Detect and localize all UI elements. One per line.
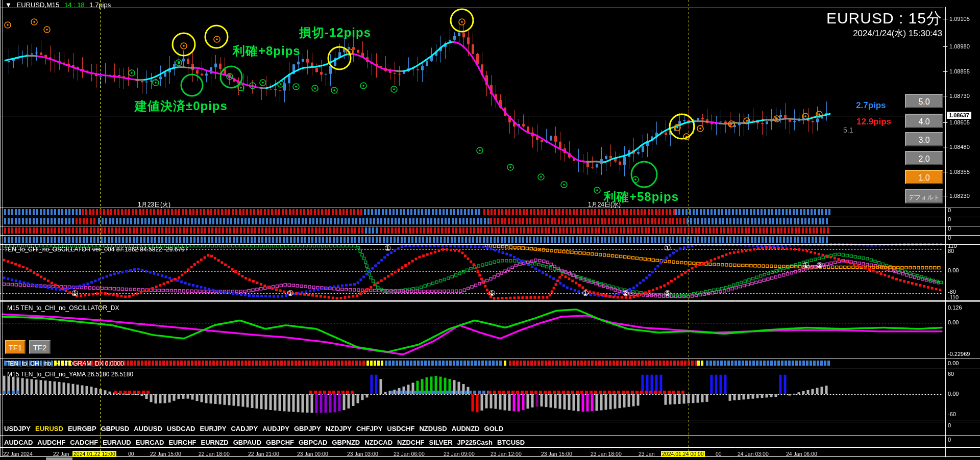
count-marker: ② <box>622 289 629 298</box>
histogram-dx-panel-label: TEN_to_CHI_no_HISTOGRAM_DX 0.0000 <box>6 360 124 367</box>
time-label-highlighted: 2024.01.24 00:00 <box>661 451 705 457</box>
symbol-tab-cadchf[interactable]: CADCHF <box>70 439 98 446</box>
zoom-button-[interactable]: デフォルト <box>905 189 943 203</box>
symbol-tab-gbpchf[interactable]: GBPCHF <box>266 439 294 446</box>
time-label: 22 Jan 18:00 <box>199 451 230 457</box>
symbol-tab-eurgbp[interactable]: EURGBP <box>68 425 96 432</box>
chart-canvas[interactable] <box>0 0 980 460</box>
symbol-tab-nzdjpy[interactable]: NZDJPY <box>326 425 352 432</box>
price-axis-label: 1.08230 <box>949 193 970 199</box>
time-label: 22 Jan 21:00 <box>248 451 279 457</box>
symbol-tab-btcusd[interactable]: BTCUSD <box>497 439 525 446</box>
indicator-scale-label: 0 <box>948 235 951 241</box>
symbol-tab-usdcad[interactable]: USDCAD <box>167 425 195 432</box>
time-label: 23 Jan 09:00 <box>444 451 475 457</box>
symbol-tab-eurnzd[interactable]: EURNZD <box>201 439 229 446</box>
symbol-tab-audchf[interactable]: AUDCHF <box>37 439 65 446</box>
symbol-tab-audnzd[interactable]: AUDNZD <box>452 425 480 432</box>
time-label: 23 Jan 00:00 <box>297 451 328 457</box>
current-price-badge: 1.08637 <box>947 112 971 119</box>
count-marker: ① <box>664 243 671 252</box>
time-label: 23 Jan 18:00 <box>591 451 622 457</box>
symbol-tab-gbpaud[interactable]: GBPAUD <box>233 439 261 446</box>
symbol-tab-gbpcad[interactable]: GBPCAD <box>299 439 327 446</box>
indicator-scale-label: 0 <box>948 216 951 222</box>
time-label: 22 Jan <box>53 451 69 457</box>
time-label: 22 Jan 15:00 <box>150 451 181 457</box>
zoom-button-10[interactable]: 1.0 <box>905 170 943 184</box>
symbol-tab-gbpusd[interactable]: GBPUSD <box>101 425 130 432</box>
symbol-tab-eurcad[interactable]: EURCAD <box>136 439 164 446</box>
time-label: 23 Jan <box>639 451 655 457</box>
symbol-tab-nzdchf[interactable]: NZDCHF <box>397 439 424 446</box>
yama-panel-label: M15 TEN_to_CHI_no_YAMA 26.5180 26.5180 <box>7 371 133 378</box>
time-label: 23 Jan 12:00 <box>491 451 522 457</box>
time-label: 23 Jan 06:00 <box>394 451 425 457</box>
price-axis-label: 1.08855 <box>949 68 970 74</box>
spread-label: 1.7pips <box>89 1 111 9</box>
indicator-scale-label: 0 <box>948 225 951 232</box>
pips-above-label: 2.7pips <box>856 100 886 111</box>
symbol-tab-audjpy[interactable]: AUDJPY <box>262 425 289 432</box>
symbol-tab-euraud[interactable]: EURAUD <box>103 439 131 446</box>
time-label: 00 <box>716 451 722 457</box>
time-label: 23 Jan 03:00 <box>347 451 378 457</box>
indicator-scale-label: 0.00 <box>948 267 959 273</box>
symbol-tab-usdjpy[interactable]: USDJPY <box>4 425 31 432</box>
indicator-scale-label: -60 <box>948 411 956 417</box>
indicator-scale-label: 0 <box>948 437 951 443</box>
count-marker: ① <box>488 289 495 298</box>
time-label: 00 <box>128 451 134 457</box>
count-marker: ② <box>816 261 823 270</box>
trade-annotation-1: 損切-12pips <box>299 24 371 41</box>
count-marker: ① <box>384 244 391 253</box>
symbol-switch-row-2: AUDCADAUDCHFCADCHFEURAUDEURCADEURCHFEURN… <box>4 436 525 448</box>
symbol-tab-audusd[interactable]: AUDUSD <box>134 425 162 432</box>
atr-label: 5.1 <box>843 126 853 134</box>
price-axis-label: 1.08730 <box>949 93 970 99</box>
zoom-button-40[interactable]: 4.0 <box>905 114 943 128</box>
tf-button-tf2[interactable]: TF2 <box>29 340 51 354</box>
time-label: 24 Jan 03:00 <box>738 451 769 457</box>
zoom-button-20[interactable]: 2.0 <box>905 151 943 165</box>
indicator-scale-label: 0.00 <box>948 360 959 366</box>
symbol-tab-nzdusd[interactable]: NZDUSD <box>419 425 447 432</box>
candle-timer: 14 : 18 <box>64 1 85 9</box>
indicator-scale-label: -0.22969 <box>948 351 970 357</box>
tf-button-tf1[interactable]: TF1 <box>5 340 26 354</box>
symbol-tab-chfjpy[interactable]: CHFJPY <box>356 425 382 432</box>
symbol-tab-eurchf[interactable]: EURCHF <box>168 439 196 446</box>
pips-below-label: 12.9pips <box>856 117 891 127</box>
price-axis-label: 1.08480 <box>949 144 970 150</box>
trade-annotation-3: 利確+58pips <box>604 189 679 205</box>
symbol-tab-silver[interactable]: SILVER <box>429 439 453 446</box>
symbol-tab-eurusd[interactable]: EURUSD <box>35 425 63 432</box>
symbol-tab-cadjpy[interactable]: CADJPY <box>231 425 258 432</box>
zoom-button-50[interactable]: 5.0 <box>905 94 943 108</box>
oscillator-dx-panel-label: M15 TEN_to_CHI_no_OSCILLATOR_DX <box>7 304 119 312</box>
indicator-scale-label: 0.00 <box>948 319 959 325</box>
symbol-period-label: EURUSD,M15 <box>17 1 60 9</box>
symbol-tab-eurjpy[interactable]: EURJPY <box>200 425 226 432</box>
indicator-scale-label: 0 <box>948 422 951 428</box>
count-marker: ① <box>287 289 293 298</box>
time-label: 23 Jan 15:00 <box>541 451 572 457</box>
symbol-tab-gold[interactable]: GOLD <box>484 425 504 432</box>
symbol-tab-gbpnzd[interactable]: GBPNZD <box>332 439 360 446</box>
symbol-tab-gbpjpy[interactable]: GBPJPY <box>294 425 321 432</box>
count-marker: ① <box>802 261 809 270</box>
price-axis-label: 1.08980 <box>949 43 970 49</box>
symbol-tab-nzdcad[interactable]: NZDCAD <box>364 439 393 446</box>
indicator-scale-label: -110 <box>948 294 959 300</box>
trade-annotation-0: 利確+8pips <box>233 43 301 59</box>
symbol-menu-arrow-icon[interactable]: ▼ <box>5 1 12 9</box>
symbol-tab-usdchf[interactable]: USDCHF <box>387 425 414 432</box>
chart-watermark-title: EURUSD : 15分 <box>826 8 942 29</box>
time-label: 24 Jan 06:00 <box>786 451 817 457</box>
mt4-chart-window: ▼ EURUSD,M15 14 : 18 1.7pips EURUSD : 15… <box>0 0 980 460</box>
indicator-scale-label: 0.00 <box>948 391 959 397</box>
symbol-tab-audcad[interactable]: AUDCAD <box>4 439 33 446</box>
time-label: 22 Jan 2024 <box>3 451 33 457</box>
zoom-button-30[interactable]: 3.0 <box>905 132 943 146</box>
symbol-tab-jp225cash[interactable]: JP225Cash <box>457 439 493 446</box>
